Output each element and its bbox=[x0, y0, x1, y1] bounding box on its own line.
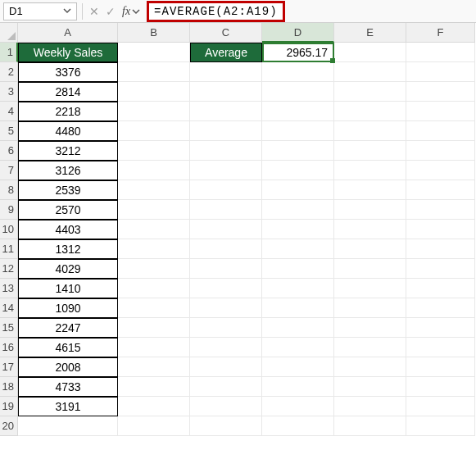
cell[interactable] bbox=[262, 298, 334, 318]
cell[interactable] bbox=[118, 259, 190, 279]
cell[interactable] bbox=[118, 377, 190, 397]
cell[interactable] bbox=[262, 377, 334, 397]
cell[interactable] bbox=[118, 200, 190, 220]
cell[interactable] bbox=[262, 180, 334, 200]
cell[interactable] bbox=[262, 161, 334, 180]
cell-A12[interactable]: 4029 bbox=[18, 259, 118, 279]
cell[interactable] bbox=[334, 318, 406, 338]
row-header[interactable]: 15 bbox=[0, 318, 18, 338]
row-header[interactable]: 12 bbox=[0, 259, 18, 279]
cell-A2[interactable]: 3376 bbox=[18, 62, 118, 82]
cell-F1[interactable] bbox=[406, 43, 475, 62]
cell[interactable] bbox=[406, 279, 475, 298]
cell[interactable] bbox=[190, 357, 262, 377]
cell-A18[interactable]: 4733 bbox=[18, 377, 118, 397]
cell[interactable] bbox=[190, 62, 262, 82]
cell[interactable] bbox=[262, 416, 334, 436]
col-header-E[interactable]: E bbox=[334, 23, 406, 43]
cell[interactable] bbox=[118, 141, 190, 161]
cell[interactable] bbox=[190, 141, 262, 161]
check-icon[interactable]: ✓ bbox=[104, 5, 117, 18]
cell[interactable] bbox=[406, 141, 475, 161]
cell-A7[interactable]: 3126 bbox=[18, 161, 118, 180]
row-header[interactable]: 7 bbox=[0, 161, 18, 180]
cell[interactable] bbox=[118, 298, 190, 318]
cell[interactable] bbox=[334, 220, 406, 239]
cell[interactable] bbox=[406, 397, 475, 416]
row-header[interactable]: 17 bbox=[0, 357, 18, 377]
cell-A6[interactable]: 3212 bbox=[18, 141, 118, 161]
cell[interactable] bbox=[190, 338, 262, 357]
cell-A11[interactable]: 1312 bbox=[18, 239, 118, 259]
cell[interactable] bbox=[406, 121, 475, 141]
cell[interactable] bbox=[334, 161, 406, 180]
cell-A15[interactable]: 2247 bbox=[18, 318, 118, 338]
cell[interactable] bbox=[406, 82, 475, 102]
cell-A14[interactable]: 1090 bbox=[18, 298, 118, 318]
col-header-F[interactable]: F bbox=[406, 23, 475, 43]
cell[interactable] bbox=[190, 239, 262, 259]
cell[interactable] bbox=[262, 259, 334, 279]
cell-A9[interactable]: 2570 bbox=[18, 200, 118, 220]
col-header-A[interactable]: A bbox=[18, 23, 118, 43]
cell-A1[interactable]: Weekly Sales bbox=[18, 43, 118, 62]
cancel-icon[interactable]: ✕ bbox=[88, 5, 101, 18]
cell[interactable] bbox=[406, 357, 475, 377]
cell[interactable] bbox=[406, 180, 475, 200]
cell[interactable] bbox=[262, 102, 334, 121]
cell[interactable] bbox=[406, 416, 475, 436]
cell[interactable] bbox=[334, 259, 406, 279]
cell[interactable] bbox=[334, 200, 406, 220]
row-header[interactable]: 2 bbox=[0, 62, 18, 82]
cell[interactable] bbox=[190, 279, 262, 298]
cell-A5[interactable]: 4480 bbox=[18, 121, 118, 141]
spreadsheet-grid[interactable]: A B C D E F 1 Weekly Sales Average 2965.… bbox=[0, 23, 476, 436]
cell[interactable] bbox=[334, 397, 406, 416]
cell[interactable] bbox=[406, 338, 475, 357]
col-header-B[interactable]: B bbox=[118, 23, 190, 43]
cell[interactable] bbox=[118, 239, 190, 259]
cell[interactable] bbox=[406, 62, 475, 82]
cell-A3[interactable]: 2814 bbox=[18, 82, 118, 102]
cell[interactable] bbox=[406, 102, 475, 121]
col-header-D[interactable]: D bbox=[262, 23, 334, 43]
cell[interactable] bbox=[262, 338, 334, 357]
row-header[interactable]: 6 bbox=[0, 141, 18, 161]
cell[interactable] bbox=[190, 318, 262, 338]
cell[interactable] bbox=[118, 220, 190, 239]
cell-A10[interactable]: 4403 bbox=[18, 220, 118, 239]
select-all-corner[interactable] bbox=[0, 23, 18, 43]
cell[interactable] bbox=[190, 397, 262, 416]
row-header[interactable]: 20 bbox=[0, 416, 18, 436]
cell[interactable] bbox=[262, 141, 334, 161]
row-header[interactable]: 11 bbox=[0, 239, 18, 259]
cell-E1[interactable] bbox=[334, 43, 406, 62]
cell[interactable] bbox=[118, 416, 190, 436]
name-box[interactable]: D1 bbox=[3, 2, 77, 20]
chevron-down-icon[interactable] bbox=[63, 5, 71, 17]
cell-A4[interactable]: 2218 bbox=[18, 102, 118, 121]
cell[interactable] bbox=[262, 318, 334, 338]
cell-A17[interactable]: 2008 bbox=[18, 357, 118, 377]
cell[interactable] bbox=[262, 357, 334, 377]
row-header[interactable]: 19 bbox=[0, 397, 18, 416]
cell[interactable] bbox=[190, 220, 262, 239]
cell[interactable] bbox=[118, 338, 190, 357]
cell[interactable] bbox=[334, 338, 406, 357]
row-header[interactable]: 14 bbox=[0, 298, 18, 318]
cell[interactable] bbox=[334, 62, 406, 82]
cell[interactable] bbox=[118, 121, 190, 141]
cell[interactable] bbox=[262, 279, 334, 298]
cell[interactable] bbox=[190, 180, 262, 200]
cell-A13[interactable]: 1410 bbox=[18, 279, 118, 298]
cell[interactable] bbox=[118, 180, 190, 200]
cell[interactable] bbox=[334, 82, 406, 102]
row-header[interactable]: 13 bbox=[0, 279, 18, 298]
cell[interactable] bbox=[334, 357, 406, 377]
fx-icon[interactable]: fx bbox=[120, 5, 142, 18]
cell[interactable] bbox=[334, 416, 406, 436]
cell[interactable] bbox=[118, 102, 190, 121]
cell[interactable] bbox=[334, 239, 406, 259]
cell[interactable] bbox=[262, 121, 334, 141]
cell[interactable] bbox=[118, 357, 190, 377]
